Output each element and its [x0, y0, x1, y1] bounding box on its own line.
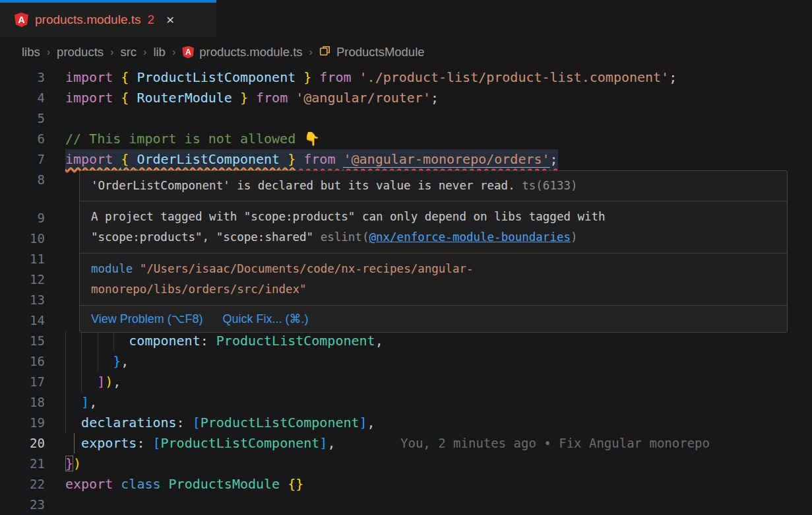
breadcrumb-label: src — [120, 45, 137, 59]
eslint-rule-link[interactable]: @nx/enforce-module-boundaries — [369, 230, 571, 244]
module-keyword: module — [91, 262, 140, 275]
line-number[interactable]: 19 — [0, 413, 45, 433]
code-text[interactable]: ], — [65, 392, 97, 413]
eslint-message-line2: "scope:products", "scope:shared" eslint(… — [91, 227, 776, 248]
eslint-message-line1: A project tagged with "scope:products" c… — [91, 207, 776, 227]
line-number[interactable]: 23 — [0, 495, 45, 515]
breadcrumb-label: lib — [153, 45, 166, 59]
breadcrumb-item-products-module-ts[interactable]: Aproducts.module.ts — [182, 45, 302, 59]
breadcrumb-item-products[interactable]: products — [57, 45, 104, 59]
line-number[interactable]: 20 — [0, 433, 45, 454]
code-line-15[interactable]: 15 component: ProductListComponent, — [0, 331, 812, 351]
tab-filename: products.module.ts — [35, 13, 141, 27]
code-text[interactable]: // This import is not allowed 👇 — [65, 129, 320, 149]
code-text[interactable]: import { RouterModule } from '@angular/r… — [65, 88, 439, 108]
code-text[interactable]: }, — [65, 351, 129, 372]
code-line-17[interactable]: 17 ]), — [0, 372, 812, 392]
breadcrumb-label: products — [57, 45, 104, 59]
code-text[interactable]: import { ProductListComponent } from './… — [65, 67, 677, 88]
code-text[interactable]: import { OrderListComponent } from '@ang… — [65, 149, 558, 170]
hover-module-row: module "/Users/isaac/Documents/code/nx-r… — [80, 254, 787, 306]
breadcrumb-item-libs[interactable]: libs — [22, 45, 40, 59]
line-number[interactable]: 5 — [0, 108, 45, 129]
chevron-right-icon: › — [309, 46, 313, 58]
code-line-23[interactable]: 23 — [0, 495, 812, 515]
breadcrumb: libs›products›src›lib›Aproducts.module.t… — [0, 37, 812, 67]
quick-fix-button[interactable]: Quick Fix... (⌘.) — [222, 309, 308, 329]
breadcrumb-label: libs — [22, 45, 40, 59]
breadcrumb-label: ProductsModule — [336, 45, 425, 59]
code-line-5[interactable]: 5 — [0, 108, 812, 129]
class-symbol-icon — [319, 45, 331, 60]
code-line-20[interactable]: 20 exports: [ProductListComponent],You, … — [0, 433, 812, 454]
tab-bar: A products.module.ts 2 × — [0, 0, 812, 37]
line-number[interactable]: 7 — [0, 149, 45, 170]
breadcrumb-item-productsmodule[interactable]: ProductsModule — [319, 45, 425, 60]
line-number[interactable]: 18 — [0, 392, 45, 413]
code-line-19[interactable]: 19 declarations: [ProductListComponent], — [0, 413, 812, 433]
code-line-4[interactable]: 4import { RouterModule } from '@angular/… — [0, 88, 812, 108]
chevron-right-icon: › — [46, 46, 51, 58]
breadcrumb-item-src[interactable]: src — [120, 45, 137, 59]
code-line-7[interactable]: 7import { OrderListComponent } from '@an… — [0, 149, 812, 170]
module-path-line2: monorepo/libs/orders/src/index" — [91, 283, 307, 296]
error-squiggle: import { OrderListComponent } from '@ang… — [65, 151, 558, 168]
code-line-22[interactable]: 22export class ProductsModule {} — [0, 474, 812, 495]
breadcrumb-label: products.module.ts — [199, 45, 302, 59]
chevron-right-icon: › — [109, 46, 114, 58]
git-blame-annotation: You, 2 minutes ago • Fix Angular monorep… — [400, 433, 710, 454]
hover-diagnostic-row: 'OrderListComponent' is declared but its… — [80, 171, 787, 201]
line-number[interactable]: 10 — [0, 228, 45, 249]
code-text[interactable]: component: ProductListComponent, — [65, 331, 383, 351]
angular-icon: A — [182, 46, 194, 59]
vscode-window: A products.module.ts 2 × libs›products›s… — [0, 0, 812, 515]
line-number[interactable]: 15 — [0, 331, 45, 351]
view-problem-button[interactable]: View Problem (⌥F8) — [91, 309, 203, 329]
angular-icon: A — [15, 13, 28, 27]
line-number[interactable]: 11 — [0, 249, 45, 269]
line-number[interactable]: 17 — [0, 372, 45, 392]
code-line-21[interactable]: 21}) — [0, 454, 812, 474]
breadcrumb-item-lib[interactable]: lib — [153, 45, 166, 59]
code-line-18[interactable]: 18 ], — [0, 392, 812, 413]
line-number[interactable]: 21 — [0, 454, 45, 474]
diagnostic-message: 'OrderListComponent' is declared but its… — [91, 179, 515, 192]
line-number[interactable]: 16 — [0, 351, 45, 372]
diagnostic-source: ts(6133) — [515, 179, 578, 192]
line-number[interactable]: 8 — [0, 170, 45, 190]
code-line-3[interactable]: 3import { ProductListComponent } from '.… — [0, 67, 812, 88]
code-text[interactable]: }) — [65, 454, 81, 474]
problems-badge: 2 — [148, 13, 155, 27]
close-icon[interactable]: × — [166, 12, 174, 28]
code-line-16[interactable]: 16 }, — [0, 351, 812, 372]
code-text[interactable]: exports: [ProductListComponent], — [65, 433, 335, 454]
code-line-6[interactable]: 6// This import is not allowed 👇 — [0, 129, 812, 149]
line-number[interactable]: 4 — [0, 88, 45, 108]
line-number[interactable]: 13 — [0, 290, 45, 310]
code-text[interactable]: ]), — [65, 372, 121, 392]
chevron-right-icon: › — [142, 46, 147, 58]
hover-popup: 'OrderListComponent' is declared but its… — [79, 170, 788, 333]
line-number[interactable]: 12 — [0, 269, 45, 290]
code-text[interactable]: export class ProductsModule {} — [65, 474, 303, 495]
line-number[interactable]: 22 — [0, 474, 45, 495]
chevron-right-icon: › — [172, 46, 176, 58]
line-number[interactable]: 14 — [0, 310, 45, 331]
code-text[interactable]: declarations: [ProductListComponent], — [65, 413, 375, 433]
line-number[interactable]: 3 — [0, 67, 45, 88]
line-number[interactable]: 6 — [0, 129, 45, 149]
line-number[interactable]: 9 — [0, 208, 45, 228]
hover-eslint-row: A project tagged with "scope:products" c… — [80, 201, 787, 254]
tab-products-module[interactable]: A products.module.ts 2 × — [0, 0, 216, 37]
module-path-line1: "/Users/isaac/Documents/code/nx-recipes/… — [140, 262, 474, 275]
hover-actions-row: View Problem (⌥F8) Quick Fix... (⌘.) — [80, 306, 787, 332]
